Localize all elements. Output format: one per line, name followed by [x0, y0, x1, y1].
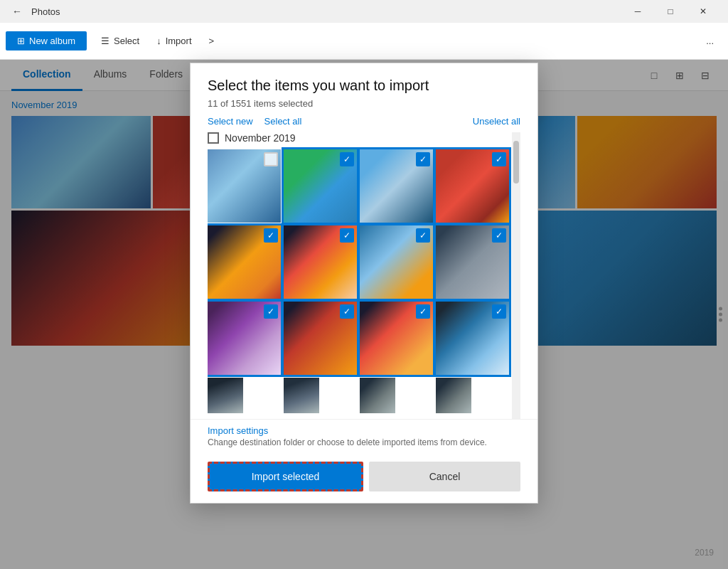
dialog-subtitle: 11 of 1551 items selected: [208, 98, 520, 109]
photo-check-8: ✓: [492, 228, 506, 243]
select-all-link[interactable]: Select all: [264, 116, 302, 127]
month-checkbox[interactable]: [208, 132, 219, 144]
photo-check-7: ✓: [416, 228, 430, 243]
chevron-button[interactable]: >: [200, 31, 223, 50]
photo-check-2: ✓: [340, 152, 354, 166]
photo-cell-8[interactable]: ✓: [436, 225, 509, 299]
app-toolbar: ⊞ New album ☰ Select ↓ Import > ...: [0, 23, 728, 60]
select-icon: ☰: [101, 36, 109, 46]
dialog-body: Select the items you want to import 11 o…: [191, 63, 537, 419]
photo-cell-3[interactable]: ✓: [360, 149, 433, 223]
photo-partial-row: [208, 378, 509, 413]
import-settings-desc: Change destination folder or choose to d…: [208, 437, 520, 447]
photo-cell-10[interactable]: ✓: [284, 302, 357, 375]
dialog-scroll-container: November 2019 ✓✓✓✓✓✓✓✓✓✓✓: [208, 132, 520, 419]
photo-cell-5[interactable]: ✓: [208, 225, 281, 299]
photo-cell-4[interactable]: ✓: [436, 149, 509, 223]
new-album-icon: ⊞: [17, 36, 25, 46]
photo-cell-12[interactable]: ✓: [436, 302, 509, 375]
photo-check-9: ✓: [264, 304, 278, 319]
back-button[interactable]: ←: [9, 3, 26, 20]
scrollbar-thumb[interactable]: [513, 141, 519, 184]
import-selected-button[interactable]: Import selected: [208, 462, 363, 491]
photo-check-5: ✓: [264, 228, 278, 243]
photo-cell-6[interactable]: ✓: [284, 225, 357, 299]
photo-check-10: ✓: [340, 304, 354, 319]
more-icon: ...: [706, 36, 714, 46]
import-settings-section: Import settings Change destination folde…: [191, 419, 537, 456]
import-icon: ↓: [156, 36, 161, 46]
import-dialog: Select the items you want to import 11 o…: [190, 63, 538, 504]
photo-partial-14[interactable]: [284, 378, 319, 413]
new-album-button[interactable]: ⊞ New album: [6, 31, 87, 50]
titlebar: ← Photos ─ □ ✕: [0, 0, 728, 23]
back-icon: ←: [12, 6, 22, 17]
dialog-title: Select the items you want to import: [208, 78, 520, 94]
month-row: November 2019: [208, 132, 509, 144]
photo-check-3: ✓: [416, 152, 430, 166]
close-button[interactable]: ✕: [687, 0, 719, 23]
import-settings-link[interactable]: Import settings: [208, 425, 520, 436]
photo-grid: ✓✓✓✓✓✓✓✓✓✓✓: [208, 149, 509, 375]
photo-cell-1[interactable]: [208, 149, 281, 223]
chevron-right-icon: >: [209, 36, 215, 46]
photo-check-12: ✓: [492, 304, 506, 319]
photo-cell-7[interactable]: ✓: [360, 225, 433, 299]
month-label: November 2019: [225, 132, 296, 144]
app-title: Photos: [31, 6, 60, 17]
minimize-button[interactable]: ─: [621, 0, 654, 23]
photo-cell-2[interactable]: ✓: [284, 149, 357, 223]
more-options-button[interactable]: ...: [697, 31, 722, 50]
photo-check-4: ✓: [492, 152, 506, 166]
select-new-link[interactable]: Select new: [208, 116, 253, 127]
unselect-all-link[interactable]: Unselect all: [473, 116, 520, 127]
photo-check-6: ✓: [340, 228, 354, 243]
dialog-footer: Import selected Cancel: [191, 456, 537, 503]
photo-check-empty-1: [264, 152, 278, 166]
photo-partial-15[interactable]: [360, 378, 395, 413]
maximize-button[interactable]: □: [654, 0, 687, 23]
window-controls: ─ □ ✕: [621, 0, 719, 23]
dialog-actions-row: Select new Select all Unselect all: [208, 116, 520, 127]
cancel-button[interactable]: Cancel: [369, 462, 520, 491]
select-button[interactable]: ☰ Select: [92, 31, 148, 50]
import-button[interactable]: ↓ Import: [148, 31, 200, 50]
photo-partial-13[interactable]: [208, 378, 243, 413]
photo-check-11: ✓: [416, 304, 430, 319]
photo-partial-16[interactable]: [436, 378, 471, 413]
photo-cell-11[interactable]: ✓: [360, 302, 433, 375]
photo-cell-9[interactable]: ✓: [208, 302, 281, 375]
dialog-scrollbar[interactable]: [512, 132, 520, 419]
dialog-scroll-inner[interactable]: November 2019 ✓✓✓✓✓✓✓✓✓✓✓: [208, 132, 512, 419]
